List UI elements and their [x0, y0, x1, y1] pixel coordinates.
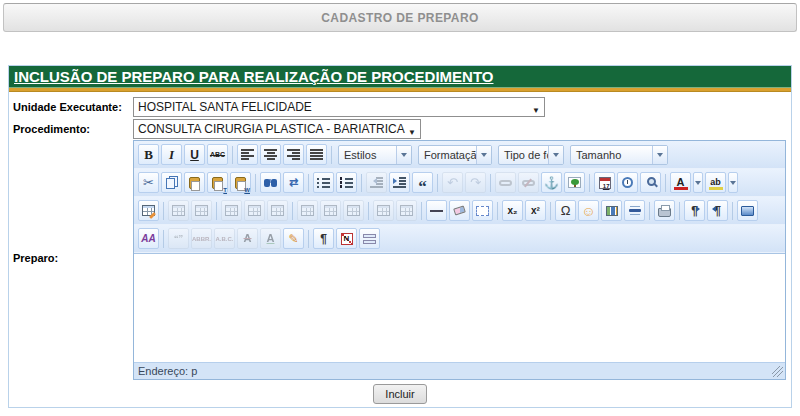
text-color-menu-button[interactable] [693, 172, 703, 193]
ins-button[interactable]: A [260, 228, 281, 249]
highlight-color-menu-button[interactable] [728, 172, 738, 193]
rtl-button[interactable]: ¶ [707, 200, 728, 221]
special-char-button[interactable]: Ω [555, 200, 576, 221]
nonbreaking-space-button[interactable]: N [336, 228, 357, 249]
insert-time-button[interactable] [617, 172, 638, 193]
abbr-icon: ABBR. [192, 236, 211, 242]
resize-handle[interactable] [772, 366, 783, 377]
incluir-button[interactable]: Incluir [373, 384, 426, 404]
font-family-dropdown[interactable]: Tipo de fonte [498, 145, 564, 165]
toolbar-separator [497, 202, 498, 220]
bullet-list-icon [317, 177, 330, 188]
editor-content[interactable] [134, 253, 785, 362]
blockquote-button[interactable]: “ [412, 172, 433, 193]
replace-icon: ⇄ [289, 177, 298, 188]
undo-icon: ↶ [447, 176, 458, 189]
horizontal-rule-button[interactable] [426, 200, 447, 221]
style-props-button[interactable]: AA [138, 228, 159, 249]
highlight-color-button[interactable]: ab [705, 172, 726, 193]
chevron-down-icon[interactable] [548, 146, 563, 164]
delete-column-button[interactable] [343, 200, 364, 221]
del-button[interactable]: A [237, 228, 258, 249]
emoticons-button[interactable]: ☺ [578, 200, 599, 221]
table-cell-properties-button[interactable] [191, 200, 212, 221]
styles-dropdown-label: Estilos [339, 146, 396, 164]
ltr-button[interactable]: ¶ [684, 200, 705, 221]
chevron-down-icon[interactable] [652, 146, 667, 164]
format-dropdown[interactable]: Formatação [418, 145, 492, 165]
split-cells-button[interactable] [373, 200, 394, 221]
link-icon [499, 180, 512, 186]
delete-row-button[interactable] [267, 200, 288, 221]
insert-image-button[interactable] [564, 172, 585, 193]
advanced-hr-button[interactable] [624, 200, 645, 221]
attributes-button[interactable]: ✎ [283, 228, 304, 249]
underline-button[interactable]: U [184, 144, 205, 165]
insert-column-before-button[interactable] [297, 200, 318, 221]
remove-format-button[interactable] [449, 200, 470, 221]
paste-word-letter: W [244, 187, 250, 193]
find-replace-button[interactable]: ⇄ [283, 172, 304, 193]
calendar-icon: 17 [599, 177, 611, 189]
text-color-button[interactable]: A [670, 172, 691, 193]
unidade-select[interactable]: HOSPITAL SANTA FELICIDADE ▼ [133, 97, 545, 117]
paste-as-text-button[interactable]: T [207, 172, 228, 193]
cite-button[interactable]: “” [168, 228, 189, 249]
insert-date-button[interactable]: 17 [594, 172, 615, 193]
undo-button[interactable]: ↶ [442, 172, 463, 193]
preview-button[interactable] [640, 172, 661, 193]
italic-button[interactable]: I [161, 144, 182, 165]
redo-button[interactable]: ↷ [465, 172, 486, 193]
copy-icon [166, 178, 175, 189]
paste-from-word-button[interactable]: W [230, 172, 251, 193]
binoculars-icon [264, 179, 270, 187]
outdent-button[interactable] [366, 172, 387, 193]
insert-row-before-button[interactable] [221, 200, 242, 221]
align-left-button[interactable] [237, 144, 258, 165]
visual-chars-button[interactable]: ¶ [313, 228, 334, 249]
merge-cells-button[interactable] [396, 200, 417, 221]
toolbar-separator [665, 174, 666, 192]
styles-dropdown[interactable]: Estilos [338, 145, 412, 165]
align-right-button[interactable] [283, 144, 304, 165]
insert-table-button[interactable] [138, 200, 159, 221]
toolbar-separator [550, 202, 551, 220]
chevron-down-icon[interactable] [396, 146, 411, 164]
font-size-dropdown[interactable]: Tamanho [570, 145, 668, 165]
toolbar-separator [732, 202, 733, 220]
printer-icon [658, 208, 671, 217]
subscript-button[interactable]: x₂ [502, 200, 523, 221]
visual-aid-button[interactable] [472, 200, 493, 221]
bullet-list-button[interactable] [313, 172, 334, 193]
insert-link-button[interactable] [495, 172, 516, 193]
procedimento-select[interactable]: CONSULTA CIRURGIA PLASTICA - BARIATRICA … [133, 119, 421, 139]
align-center-button[interactable] [260, 144, 281, 165]
unlink-button[interactable] [518, 172, 539, 193]
paste-button[interactable] [184, 172, 205, 193]
indent-button[interactable] [389, 172, 410, 193]
unidade-select-value: HOSPITAL SANTA FELICIDADE [138, 100, 312, 114]
page-break-button[interactable] [359, 228, 380, 249]
insert-column-after-button[interactable] [320, 200, 341, 221]
strikethrough-button[interactable]: ABC [207, 144, 228, 165]
insert-row-after-button[interactable] [244, 200, 265, 221]
fullscreen-button[interactable] [737, 200, 758, 221]
table-row-properties-icon [172, 205, 185, 216]
superscript-button[interactable]: x² [525, 200, 546, 221]
bold-button[interactable]: B [138, 144, 159, 165]
find-button[interactable] [260, 172, 281, 193]
table-row-properties-button[interactable] [168, 200, 189, 221]
cut-button[interactable]: ✂ [138, 172, 159, 193]
anchor-button[interactable]: ⚓ [541, 172, 562, 193]
abbr-button[interactable]: ABBR. [191, 228, 212, 249]
insert-media-button[interactable] [601, 200, 622, 221]
numbered-list-button[interactable] [336, 172, 357, 193]
anchor-icon: ⚓ [544, 177, 559, 189]
toolbar-separator [421, 202, 422, 220]
chevron-down-icon[interactable] [476, 146, 491, 164]
align-justify-button[interactable] [306, 144, 327, 165]
acronym-button[interactable]: A.B.C. [214, 228, 235, 249]
copy-button[interactable] [161, 172, 182, 193]
page-header-bar: CADASTRO DE PREPARO [3, 3, 797, 32]
print-button[interactable] [654, 200, 675, 221]
